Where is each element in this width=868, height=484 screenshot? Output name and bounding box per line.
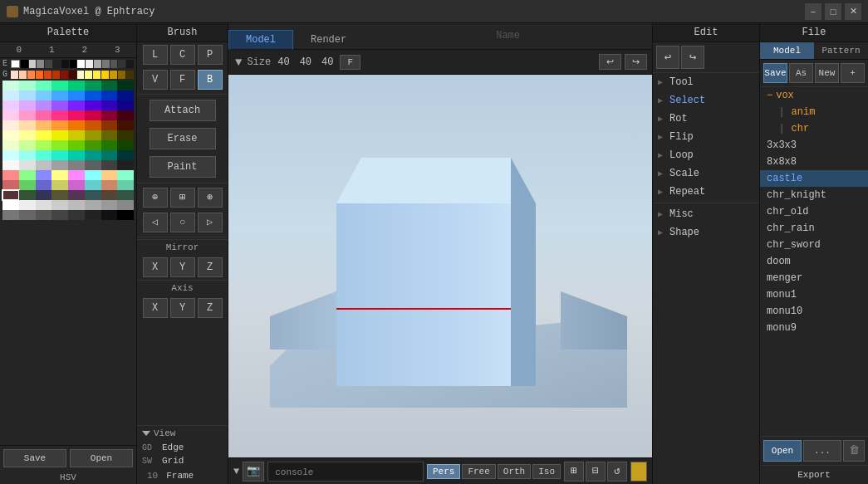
palette-e-cell12[interactable] — [102, 60, 110, 68]
palette-cell-0-6[interactable] — [101, 81, 118, 90]
palette-cell-12-1[interactable] — [19, 200, 36, 210]
file-tree-monu9[interactable]: monu9 — [760, 320, 868, 336]
palette-g-cell7[interactable] — [61, 71, 68, 79]
palette-cell-4-6[interactable] — [101, 120, 118, 130]
palette-cell-3-0[interactable] — [2, 110, 19, 120]
palette-cell-0-5[interactable] — [85, 81, 101, 90]
palette-cell-10-1[interactable] — [19, 180, 36, 190]
palette-cell-7-2[interactable] — [36, 150, 52, 160]
file-tree-menger[interactable]: menger — [760, 270, 868, 286]
file-tree-anim[interactable]: | anim — [760, 104, 868, 120]
palette-e-cell11[interactable] — [94, 60, 101, 68]
palette-cell-5-3[interactable] — [51, 130, 68, 140]
palette-cell-4-1[interactable] — [19, 120, 36, 130]
camera-button[interactable]: 📷 — [243, 462, 264, 482]
transform-icon[interactable]: ⊛ — [198, 188, 223, 208]
file-tree-chr-sword[interactable]: chr_sword — [760, 237, 868, 253]
palette-cell-7-1[interactable] — [19, 150, 36, 160]
file-tree-chr[interactable]: | chr — [760, 120, 868, 137]
view-orth-btn[interactable]: Orth — [498, 464, 531, 479]
edit-item-shape[interactable]: ▶ Shape — [653, 223, 759, 242]
palette-cell-2-4[interactable] — [68, 100, 85, 110]
palette-cell-2-3[interactable] — [51, 100, 68, 110]
palette-cell-4-0[interactable] — [2, 120, 19, 130]
palette-g-cell10[interactable] — [85, 71, 92, 79]
palette-cell-0-7[interactable] — [117, 81, 134, 90]
palette-cell-2-1[interactable] — [19, 100, 36, 110]
palette-e-cell5[interactable] — [45, 60, 52, 68]
file-as-btn[interactable]: As — [789, 63, 813, 83]
palette-cell-1-2[interactable] — [36, 90, 52, 100]
attach-button[interactable]: Attach — [150, 100, 216, 121]
palette-g-cell12[interactable] — [101, 71, 109, 79]
edit-item-flip[interactable]: ▶ Flip — [653, 128, 759, 146]
palette-cell-13-6[interactable] — [101, 210, 118, 220]
palette-e-cell10[interactable] — [86, 60, 93, 68]
arrow-left-btn[interactable]: ◁ — [143, 213, 168, 232]
palette-cell-9-1[interactable] — [19, 170, 36, 180]
file-tree-chr-knight[interactable]: chr_knight — [760, 187, 868, 203]
view-edge-label[interactable]: Edge — [162, 442, 184, 452]
palette-cell-7-0[interactable] — [2, 150, 19, 160]
file-tab-model[interactable]: Model — [760, 42, 814, 59]
palette-g-cell11[interactable] — [93, 71, 101, 79]
palette-cell-3-7[interactable] — [117, 110, 134, 120]
maximize-button[interactable]: □ — [825, 3, 841, 20]
palette-cell-11-1[interactable] — [19, 190, 36, 200]
grid-toggle-btn[interactable]: ⊞ — [564, 462, 584, 482]
palette-cell-5-6[interactable] — [101, 130, 118, 140]
file-new-btn[interactable]: New — [815, 63, 839, 83]
file-tree-chr-old[interactable]: chr_old — [760, 203, 868, 220]
brush-btn-L[interactable]: L — [143, 45, 168, 65]
palette-g-cell4[interactable] — [36, 71, 43, 79]
edit-item-loop[interactable]: ▶ Loop — [653, 146, 759, 164]
color-swatch[interactable] — [630, 462, 647, 482]
brush-btn-V[interactable]: V — [143, 70, 168, 90]
palette-cell-5-1[interactable] — [19, 130, 36, 140]
viewport-canvas[interactable] — [228, 75, 652, 457]
palette-cell-10-0[interactable] — [2, 180, 19, 190]
palette-cell-3-2[interactable] — [36, 110, 52, 120]
file-open-btn[interactable]: Open — [763, 440, 802, 462]
file-dots-btn[interactable]: ... — [803, 440, 841, 462]
palette-g-cell14[interactable] — [118, 71, 125, 79]
axis-x-btn[interactable]: X — [143, 298, 168, 318]
view-free-btn[interactable]: Free — [462, 464, 495, 479]
palette-cell-9-6[interactable] — [101, 170, 118, 180]
palette-cell-3-1[interactable] — [19, 110, 36, 120]
palette-cell-2-2[interactable] — [36, 100, 52, 110]
palette-cell-6-7[interactable] — [117, 140, 134, 150]
tab-render[interactable]: Render — [293, 30, 364, 50]
file-tree-3x3x3[interactable]: 3x3x3 — [760, 137, 868, 154]
palette-cell-10-4[interactable] — [68, 180, 85, 190]
rotate-btn[interactable]: ↺ — [607, 462, 627, 482]
edit-item-tool[interactable]: ▶ Tool — [653, 73, 759, 91]
palette-cell-8-1[interactable] — [19, 160, 36, 170]
palette-e-cell2[interactable] — [21, 60, 28, 68]
palette-cell-8-3[interactable] — [51, 160, 68, 170]
circle-btn[interactable]: ○ — [170, 213, 195, 232]
palette-cell-1-1[interactable] — [19, 90, 36, 100]
palette-cell-12-4[interactable] — [68, 200, 85, 210]
palette-cell-13-7[interactable] — [117, 210, 134, 220]
select-icon[interactable]: ⊞ — [170, 188, 195, 208]
palette-cell-7-7[interactable] — [117, 150, 134, 160]
axis-y-btn[interactable]: Y — [170, 298, 195, 318]
palette-g-cell13[interactable] — [110, 71, 117, 79]
mirror-y-btn[interactable]: Y — [170, 257, 195, 277]
palette-cell-0-2[interactable] — [36, 81, 52, 90]
tab-model[interactable]: Model — [228, 30, 293, 50]
undo-button[interactable]: ↩ — [599, 54, 621, 70]
palette-cell-12-0[interactable] — [2, 200, 19, 210]
palette-open-button[interactable]: Open — [70, 449, 133, 467]
palette-cell-12-7[interactable] — [117, 200, 134, 210]
palette-g-cell3[interactable] — [27, 71, 35, 79]
console-input[interactable]: console — [267, 462, 424, 482]
palette-cell-10-6[interactable] — [101, 180, 118, 190]
palette-e-cell14[interactable] — [118, 60, 125, 68]
brush-btn-C[interactable]: C — [170, 45, 195, 65]
palette-cell-0-4[interactable] — [68, 81, 85, 90]
palette-cell-9-7[interactable] — [117, 170, 134, 180]
palette-cell-5-4[interactable] — [68, 130, 85, 140]
palette-cell-13-2[interactable] — [36, 210, 52, 220]
